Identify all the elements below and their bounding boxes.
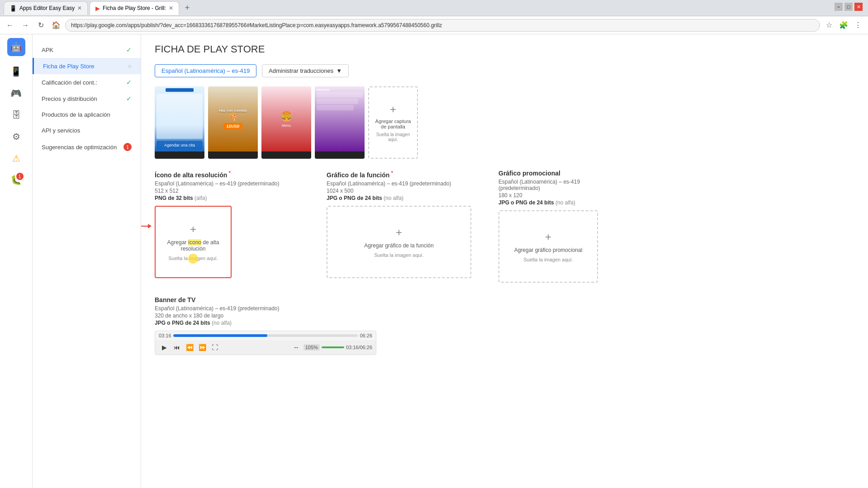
banner-section: Banner de TV Español (Latinoamérica) – e…: [155, 296, 854, 355]
promo-graphic-upload-area[interactable]: + Agregar gráfico promocional Suelta la …: [498, 210, 598, 283]
tab2-close[interactable]: ✕: [169, 5, 173, 11]
tab1-icon: 📱: [9, 5, 17, 12]
tab2-icon: ▶: [95, 5, 100, 12]
video-total-time: 06:26: [360, 333, 372, 338]
dropdown-arrow-icon: ▼: [336, 67, 342, 74]
tab2-label: Ficha de Play Store - Grill:: [103, 5, 166, 11]
promo-graphic-plus-icon: +: [545, 231, 551, 243]
home-button[interactable]: 🏠: [50, 19, 62, 32]
language-bar: Español (Latinoamérica) – es-419 Adminis…: [155, 64, 854, 77]
feature-graphic-format: JPG o PNG de 24 bits (no alfa): [327, 195, 480, 201]
browser-titlebar: 📱 Apps Editor Easy Easy ✕ ▶ Ficha de Pla…: [0, 0, 868, 16]
video-timeline: 03:16 06:26: [155, 331, 376, 340]
sidebar-item-apk[interactable]: 📱: [6, 62, 26, 81]
extension-button[interactable]: 🧩: [837, 19, 850, 32]
promo-graphic-title: Gráfico promocional: [498, 170, 607, 177]
feature-graphic-size: 1024 x 500: [327, 188, 480, 194]
assets-section: Ícono de alta resolución * Español (Lati…: [155, 170, 854, 283]
nav-api[interactable]: API y servicios: [33, 123, 141, 138]
feature-graphic-drop-text: Suelta la imagen aquí.: [374, 252, 423, 258]
nav-ficha[interactable]: Ficha de Play Store ○: [33, 58, 141, 74]
nav-precios[interactable]: Precios y distribución ✓: [33, 90, 141, 107]
nav-precios-check: ✓: [126, 95, 132, 102]
window-controls: − □ ✕: [835, 3, 863, 11]
sidebar-item-database[interactable]: 🗄: [6, 105, 26, 125]
promo-graphic-format: JPG o PNG de 24 bits (no alfa): [498, 199, 607, 206]
banner-format: JPG o PNG de 24 bits (no alfa): [155, 320, 854, 326]
icon-section-size: 512 x 512: [155, 188, 308, 194]
banner-title: Banner de TV: [155, 296, 854, 303]
new-tab-button[interactable]: +: [181, 2, 194, 14]
red-arrow-indicator: [141, 224, 152, 228]
close-button[interactable]: ✕: [854, 3, 863, 11]
audio-button[interactable]: ↔: [291, 342, 302, 353]
nav-ficha-check: ○: [128, 62, 132, 70]
progress-fill: [173, 334, 268, 337]
progress-bar[interactable]: [173, 334, 358, 337]
menu-button[interactable]: ⋮: [852, 19, 864, 32]
browser-navbar: ← → ↻ 🏠 ☆ 🧩 ⋮: [0, 16, 868, 34]
maximize-button[interactable]: □: [844, 3, 853, 11]
volume-bar[interactable]: [322, 346, 344, 348]
icon-section-title: Ícono de alta resolución *: [155, 170, 308, 179]
promo-graphic-lang: Español (Latinoamérica) – es-419 (predet…: [498, 179, 607, 191]
screenshot-2[interactable]: Haz con comida 🍕 12USD: [208, 86, 258, 159]
icon-section-lang: Español (Latinoamérica) – es-419 (predet…: [155, 180, 308, 187]
icon-upload-area[interactable]: + Agregar ícono de alta resolución Suelt…: [155, 206, 232, 278]
plus-icon: +: [390, 103, 396, 116]
promo-graphic-drop-text: Suelta la imagen aquí.: [523, 257, 573, 262]
add-screenshot-button[interactable]: + Agregar captura de pantalla Suelta la …: [368, 86, 418, 159]
sidebar-item-bugs[interactable]: 🐛 1: [6, 170, 26, 190]
nav-sugerencias[interactable]: Sugerencias de optimización 1: [33, 138, 141, 156]
step-forward-button[interactable]: ⏩: [197, 342, 208, 353]
nav-apk-check: ✓: [126, 46, 132, 53]
screenshot-4[interactable]: Historial: [315, 86, 365, 159]
feature-graphic-lang: Español (Latinoamérica) – es-419 (predet…: [327, 180, 480, 187]
manage-translations-button[interactable]: Administrar traducciones ▼: [262, 64, 349, 77]
page-title: FICHA DE PLAY STORE: [155, 43, 854, 55]
tab1-close[interactable]: ✕: [77, 5, 82, 11]
video-player: 03:16 06:26 ▶ ⏮ ⏪ ⏩ ⛶ ↔ 105%: [155, 331, 376, 355]
banner-lang: Español (Latinoamérica) – es-419 (predet…: [155, 305, 854, 312]
play-button[interactable]: ▶: [159, 342, 170, 353]
reload-button[interactable]: ↻: [34, 19, 47, 32]
video-duration-label: 03:16/06:26: [346, 345, 372, 350]
nav-apk[interactable]: APK ✓: [33, 42, 141, 58]
feature-graphic-upload-area[interactable]: + Agregar gráfico de la función Suelta l…: [327, 206, 471, 278]
video-controls: ▶ ⏮ ⏪ ⏩ ⛶ ↔ 105% 03:16/06:26: [155, 340, 376, 355]
step-back-button[interactable]: ⏪: [184, 342, 195, 353]
tab1-label: Apps Editor Easy Easy: [19, 5, 75, 11]
promo-graphic-size: 180 x 120: [498, 192, 607, 199]
icon-section: Ícono de alta resolución * Español (Lati…: [155, 170, 308, 283]
icon-plus-icon: +: [190, 223, 196, 236]
sidebar-item-game[interactable]: 🎮: [6, 83, 26, 103]
promo-graphic-section: Gráfico promocional Español (Latinoaméri…: [498, 170, 607, 283]
promo-graphic-upload-label: Agregar gráfico promocional: [514, 247, 583, 253]
screenshots-row: Agendar una cita Haz con comida 🍕 12USD: [155, 86, 854, 159]
sidebar-item-warning[interactable]: ⚠: [6, 148, 26, 168]
icon-section-format: PNG de 32 bits (alfa): [155, 195, 308, 201]
speed-label: 105%: [304, 344, 320, 351]
fullscreen-button[interactable]: ⛶: [209, 342, 220, 353]
minimize-button[interactable]: −: [835, 3, 843, 11]
sidebar-item-settings[interactable]: ⚙: [6, 127, 26, 147]
screenshot-1[interactable]: Agendar una cita: [155, 86, 204, 159]
prev-frame-button[interactable]: ⏮: [171, 342, 182, 353]
bookmark-button[interactable]: ☆: [823, 19, 835, 32]
screenshot-3[interactable]: 🍔 Menú: [261, 86, 311, 159]
nav-calificacion[interactable]: Calificación del cont.: ✓: [33, 74, 141, 90]
tab-apps-editor[interactable]: 📱 Apps Editor Easy Easy ✕: [4, 1, 88, 15]
back-button[interactable]: ←: [4, 19, 16, 32]
feature-graphic-upload-label: Agregar gráfico de la función: [364, 242, 433, 249]
nav-calificacion-check: ✓: [126, 79, 132, 86]
nav-productos[interactable]: Productos de la aplicación: [33, 107, 141, 123]
feature-graphic-section: Gráfico de la función * Español (Latinoa…: [327, 170, 480, 283]
sugerencias-badge: 1: [123, 143, 132, 151]
app-logo: 🤖: [7, 38, 25, 56]
url-bar[interactable]: [65, 19, 820, 32]
tab-ficha-play-store[interactable]: ▶ Ficha de Play Store - Grill: ✕: [90, 1, 179, 15]
forward-button[interactable]: →: [19, 19, 32, 32]
video-current-time: 03:16: [159, 333, 171, 338]
cursor-indicator: [188, 254, 198, 264]
language-button[interactable]: Español (Latinoamérica) – es-419: [155, 64, 256, 77]
